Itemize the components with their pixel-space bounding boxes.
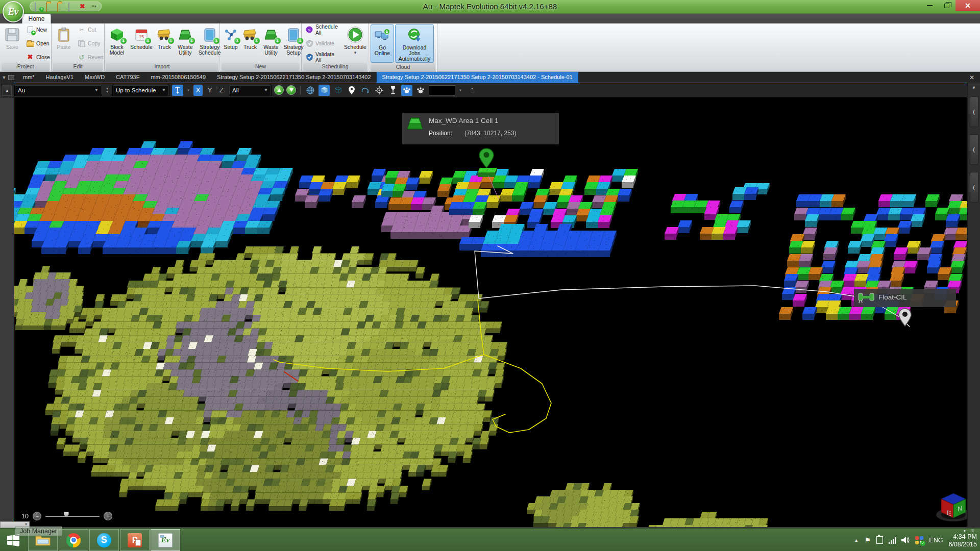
- plus-badge-icon: +: [234, 37, 241, 44]
- new-setup-button[interactable]: + Setup: [222, 24, 240, 62]
- taskbar-skype-button[interactable]: S: [89, 529, 119, 551]
- axis-x-button[interactable]: X: [193, 85, 203, 96]
- validate-button[interactable]: Validate: [304, 39, 341, 47]
- taskbar-chrome-button[interactable]: [59, 529, 88, 551]
- panel-tab-1[interactable]: (: [970, 96, 978, 127]
- download-jobs-button[interactable]: Download Jobs Automatically: [395, 24, 434, 63]
- placemark-button[interactable]: [346, 85, 357, 96]
- save-button[interactable]: Save: [2, 24, 23, 62]
- section-tool-button[interactable]: [172, 85, 183, 96]
- app-logo-text: Ev: [8, 6, 18, 17]
- schedule-all-button[interactable]: » Schedule All: [304, 26, 341, 34]
- panel-tab-2[interactable]: (: [970, 134, 978, 165]
- button-label: Copy: [88, 40, 101, 46]
- copy-button[interactable]: Copy: [77, 39, 105, 47]
- button-label: Schedule: [130, 44, 153, 50]
- import-waste-utility-button[interactable]: + Waste Utility: [175, 24, 196, 62]
- doc-tab-0[interactable]: mm*: [17, 72, 40, 83]
- zoom-slider-track[interactable]: [45, 516, 100, 517]
- button-label: Strategy Setup: [283, 44, 303, 56]
- schedule-mode-combobox[interactable]: Up to Schedule ▼: [112, 85, 169, 96]
- button-label: Block Model: [108, 44, 126, 56]
- doc-tab-5[interactable]: Strategy Setup 2-20150622171350 Setup 2-…: [211, 72, 377, 83]
- revert-button[interactable]: ↺ Revert: [77, 53, 105, 61]
- new-waste-utility-button[interactable]: + Waste Utility: [260, 24, 282, 62]
- app-menu-button[interactable]: Ev: [3, 1, 24, 22]
- action-center-flag-icon[interactable]: ⚑: [864, 536, 871, 544]
- tab-home[interactable]: Home: [22, 14, 51, 23]
- evolution-icon-text: Ev: [161, 536, 170, 544]
- wireframe-cube-view-button[interactable]: [332, 85, 344, 96]
- doc-tab-1[interactable]: HaulageV1: [40, 72, 79, 83]
- orbit-tool-button[interactable]: [360, 85, 371, 96]
- down-arrow-icon: [289, 88, 293, 92]
- center-view-button[interactable]: [374, 85, 385, 96]
- background-color-swatch[interactable]: [429, 85, 455, 95]
- doc-tab-6-active[interactable]: Strategy Setup 2-20150622171350 Setup 2-…: [377, 72, 578, 83]
- open-button[interactable]: Open: [25, 39, 51, 47]
- zoom-out-button[interactable]: −: [33, 512, 41, 520]
- glass-tool-button[interactable]: [387, 85, 399, 96]
- button-label: Waste Utility: [262, 44, 280, 56]
- close-project-button[interactable]: ✖ Close: [25, 53, 51, 61]
- collapse-toolbar-button[interactable]: ▲: [3, 85, 12, 96]
- step-down-button[interactable]: [286, 85, 296, 95]
- update-sync-icon[interactable]: ✓: [915, 536, 923, 544]
- import-schedule-button[interactable]: 15 + Schedule: [129, 24, 154, 62]
- validate-all-button[interactable]: Validate All: [304, 53, 341, 61]
- axis-z-button[interactable]: Z: [217, 85, 226, 96]
- window-title: Au - Maptek Evolution 64bit v4.2.16+88: [0, 2, 980, 11]
- zoom-slider-thumb[interactable]: [64, 512, 69, 517]
- plus-badge-icon: +: [253, 37, 260, 44]
- combo-options-icon[interactable]: ▾: [186, 89, 191, 92]
- animal-tracks-button[interactable]: [401, 85, 412, 96]
- tab-list-dropdown-icon[interactable]: ▼: [0, 75, 8, 80]
- new-truck-button[interactable]: + Truck: [241, 24, 259, 62]
- solid-cube-view-button[interactable]: [318, 85, 330, 96]
- step-up-button[interactable]: [274, 85, 284, 95]
- minimize-icon: [927, 5, 933, 6]
- paste-button[interactable]: Paste: [53, 24, 75, 62]
- import-block-model-button[interactable]: + Block Model: [106, 24, 128, 62]
- animal-tracks-alt-button[interactable]: [415, 85, 426, 96]
- pin-icon: [349, 86, 355, 94]
- toolbar-overflow-icon[interactable]: ▾—: [470, 87, 475, 93]
- taskbar-powerpoint-button[interactable]: P: [120, 529, 150, 551]
- doc-tab-4[interactable]: mm-20150806150549: [145, 72, 211, 83]
- import-strategy-schedule-button[interactable]: + Strategy Schedule: [197, 24, 223, 62]
- cut-button[interactable]: ✂ Cut: [77, 26, 105, 34]
- green-placemark-pin[interactable]: [478, 147, 495, 174]
- filter-combobox[interactable]: All ▼: [229, 85, 272, 96]
- cell-tooltip: Max_WD Area 1 Cell 1 Position: (7843, 10…: [402, 113, 559, 144]
- globe-view-button[interactable]: [305, 85, 316, 96]
- doc-tab-2[interactable]: MaxWD: [79, 72, 110, 83]
- model-combobox[interactable]: Au ▼: [14, 85, 102, 96]
- battery-icon[interactable]: [876, 536, 883, 544]
- volume-icon[interactable]: [901, 536, 910, 544]
- combo-options-icon[interactable]: ▾▾: [105, 87, 110, 93]
- language-indicator[interactable]: ENG: [929, 537, 943, 544]
- schedule-button[interactable]: Schedule ▼: [344, 24, 367, 62]
- new-button[interactable]: + New: [25, 26, 51, 34]
- group-label-new: New: [222, 63, 300, 71]
- button-label: Close: [36, 54, 50, 60]
- gray-placemark-pin[interactable]: [897, 308, 913, 331]
- panel-tab-3[interactable]: (: [970, 172, 978, 203]
- restore-button[interactable]: [938, 0, 955, 11]
- close-button[interactable]: ✕: [955, 0, 980, 11]
- tab-close-icon[interactable]: ✕: [968, 74, 976, 81]
- zoom-in-button[interactable]: +: [104, 512, 112, 520]
- panel-expand-icon[interactable]: ▼: [972, 85, 976, 90]
- chevron-down-icon[interactable]: ▾: [458, 89, 463, 92]
- import-truck-button[interactable]: + Truck: [155, 24, 174, 62]
- axis-y-button[interactable]: Y: [205, 85, 214, 96]
- hidden-icons-chevron-icon[interactable]: ▲: [854, 538, 859, 543]
- new-strategy-setup-button[interactable]: + Strategy Setup: [283, 24, 304, 62]
- doc-tab-3[interactable]: CAT793F: [110, 72, 145, 83]
- orientation-compass[interactable]: E N: [932, 490, 967, 524]
- network-signal-icon[interactable]: [889, 537, 896, 544]
- taskbar-clock[interactable]: ▾ ⚿ 4:34 PM 6/08/2015: [948, 532, 977, 548]
- taskbar-evolution-button[interactable]: Ev: [151, 529, 180, 551]
- go-online-button[interactable]: Go Online: [371, 24, 394, 63]
- minimize-button[interactable]: [921, 0, 938, 11]
